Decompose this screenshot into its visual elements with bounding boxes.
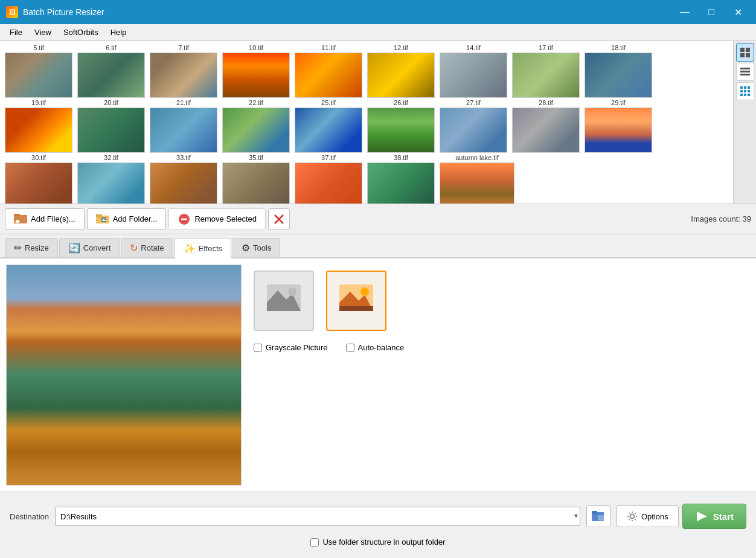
svg-rect-1 bbox=[746, 48, 750, 52]
list-item[interactable]: 26.tif bbox=[365, 99, 437, 153]
thumb-image[interactable] bbox=[440, 162, 514, 204]
autobalance-checkbox-label[interactable]: Auto-balance bbox=[346, 343, 405, 352]
thumb-image[interactable] bbox=[295, 53, 362, 98]
thumb-image[interactable] bbox=[367, 107, 435, 153]
list-item[interactable]: 6.tif bbox=[75, 44, 147, 98]
thumb-label: 33.tif bbox=[176, 154, 191, 161]
list-item[interactable]: 38.tif bbox=[365, 154, 437, 204]
list-item[interactable]: 11.tif bbox=[293, 44, 364, 98]
view-thumbnails-button[interactable] bbox=[736, 43, 754, 62]
thumb-image[interactable] bbox=[150, 107, 217, 153]
thumb-image[interactable] bbox=[5, 53, 72, 98]
list-item[interactable]: 17.tif bbox=[510, 44, 581, 98]
thumb-image[interactable] bbox=[5, 107, 72, 153]
gallery-scroll[interactable]: 5.tif 6.tif 7.tif 10.tif 11.tif bbox=[0, 41, 733, 204]
menu-softorbits[interactable]: SoftOrbits bbox=[59, 26, 103, 39]
list-item[interactable]: 28.tif bbox=[510, 99, 581, 153]
list-item[interactable]: 19.tif bbox=[3, 99, 74, 153]
thumb-label: 21.tif bbox=[176, 99, 191, 106]
menu-view[interactable]: View bbox=[30, 26, 56, 39]
view-grid-button[interactable] bbox=[736, 82, 754, 100]
browse-button[interactable] bbox=[586, 505, 610, 527]
color-effect-icon[interactable] bbox=[326, 271, 386, 331]
options-button[interactable]: Options bbox=[617, 505, 679, 527]
thumb-image[interactable] bbox=[367, 162, 435, 204]
list-item[interactable]: 33.tif bbox=[148, 154, 219, 204]
thumb-image[interactable] bbox=[77, 162, 145, 204]
dropdown-arrow-icon[interactable]: ▾ bbox=[574, 512, 578, 520]
list-item[interactable]: 32.tif bbox=[75, 154, 147, 204]
list-item[interactable]: 10.tif bbox=[220, 44, 292, 98]
thumb-image[interactable] bbox=[77, 53, 145, 98]
list-item[interactable]: 7.tif bbox=[148, 44, 219, 98]
thumb-image[interactable] bbox=[5, 162, 72, 204]
thumb-image[interactable] bbox=[440, 107, 507, 153]
menu-file[interactable]: File bbox=[5, 26, 27, 39]
menu-help[interactable]: Help bbox=[106, 26, 132, 39]
options-label: Options bbox=[641, 512, 668, 521]
thumb-label: 26.tif bbox=[394, 99, 408, 106]
thumb-image[interactable] bbox=[585, 107, 652, 153]
list-item[interactable]: 27.tif bbox=[438, 99, 509, 153]
list-item[interactable]: 21.tif bbox=[148, 99, 219, 153]
close-button[interactable]: ✕ bbox=[726, 3, 750, 21]
thumb-image[interactable] bbox=[295, 107, 362, 153]
list-item[interactable]: 12.tif bbox=[365, 44, 437, 98]
thumb-label: 11.tif bbox=[321, 44, 336, 51]
thumb-image[interactable] bbox=[222, 107, 290, 153]
minimize-button[interactable]: — bbox=[673, 3, 697, 21]
thumb-image[interactable] bbox=[77, 107, 145, 153]
maximize-button[interactable]: □ bbox=[699, 3, 723, 21]
list-item[interactable]: 14.tif bbox=[438, 44, 509, 98]
thumb-image[interactable] bbox=[150, 162, 217, 204]
thumb-label: 29.tif bbox=[611, 99, 626, 106]
thumb-image[interactable] bbox=[367, 53, 435, 98]
thumb-label: 27.tif bbox=[466, 99, 481, 106]
start-button[interactable]: Start bbox=[682, 504, 746, 529]
thumb-image[interactable] bbox=[222, 53, 290, 98]
list-item[interactable]: 35.tif bbox=[220, 154, 292, 204]
tab-convert[interactable]: 🔄 Convert bbox=[59, 238, 120, 257]
list-item[interactable]: 30.tif bbox=[3, 154, 74, 204]
thumb-image[interactable] bbox=[222, 162, 290, 204]
tab-resize[interactable]: ✏ Resize bbox=[5, 238, 58, 257]
tab-tools[interactable]: ⚙ Tools bbox=[232, 238, 280, 257]
list-item[interactable]: 25.tif bbox=[293, 99, 364, 153]
thumb-label: 6.tif bbox=[106, 44, 117, 51]
thumb-label: 20.tif bbox=[104, 99, 118, 106]
list-item[interactable]: 29.tif bbox=[583, 99, 654, 153]
folder-structure-label[interactable]: Use folder structure in output folder bbox=[310, 537, 445, 547]
thumb-image[interactable] bbox=[512, 53, 580, 98]
main-content: 5.tif 6.tif 7.tif 10.tif 11.tif bbox=[0, 41, 756, 558]
list-item[interactable]: 5.tif bbox=[3, 44, 74, 98]
thumb-image[interactable] bbox=[512, 107, 580, 153]
tab-tools-label: Tools bbox=[253, 243, 271, 252]
remove-selected-button[interactable]: Remove Selected bbox=[168, 208, 266, 230]
tab-effects[interactable]: ✨ Effects bbox=[175, 238, 232, 258]
thumb-label: 14.tif bbox=[466, 44, 481, 51]
list-item[interactable]: autumn lake.tif bbox=[438, 154, 516, 204]
list-item[interactable]: 37.tif bbox=[293, 154, 364, 204]
list-item[interactable]: 18.tif bbox=[583, 44, 654, 98]
grayscale-effect-icon[interactable] bbox=[254, 271, 314, 331]
list-item[interactable]: 20.tif bbox=[75, 99, 147, 153]
list-item[interactable]: 22.tif bbox=[220, 99, 292, 153]
thumb-image[interactable] bbox=[150, 53, 217, 98]
thumb-image[interactable] bbox=[295, 162, 362, 204]
preview-image bbox=[7, 265, 241, 485]
thumb-label: autumn lake.tif bbox=[455, 154, 499, 161]
grayscale-checkbox-label[interactable]: Grayscale Picture bbox=[254, 343, 328, 352]
add-files-button[interactable]: Add File(s)... bbox=[5, 208, 85, 230]
clear-button[interactable] bbox=[268, 208, 290, 230]
thumb-label: 5.tif bbox=[33, 44, 44, 51]
folder-structure-checkbox[interactable] bbox=[310, 538, 319, 547]
tab-rotate[interactable]: ↻ Rotate bbox=[121, 238, 173, 257]
effects-icons-row bbox=[254, 271, 744, 331]
thumb-image[interactable] bbox=[440, 53, 507, 98]
grayscale-checkbox[interactable] bbox=[254, 344, 262, 352]
destination-input[interactable] bbox=[55, 507, 580, 526]
add-folder-button[interactable]: Add Folder... bbox=[87, 208, 167, 230]
autobalance-checkbox[interactable] bbox=[346, 344, 354, 352]
view-list-button[interactable] bbox=[736, 63, 754, 81]
thumb-image[interactable] bbox=[585, 53, 652, 98]
